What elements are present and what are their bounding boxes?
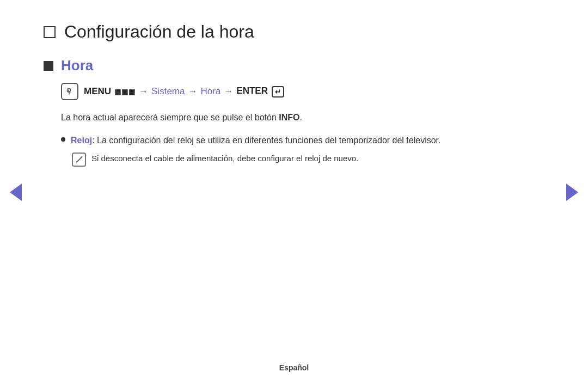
main-title-row: Configuración de la hora <box>44 22 544 42</box>
page-container: Configuración de la hora Hora MENU ▦▦▦ →… <box>0 0 588 384</box>
sistema-link[interactable]: Sistema <box>151 86 185 97</box>
note-row: Si desconecta el cable de alimentación, … <box>72 153 544 167</box>
menu-path-row: MENU ▦▦▦ → Sistema → Hora → ENTER ↵ <box>61 83 544 100</box>
arrow-1: → <box>139 86 148 97</box>
menu-label: MENU <box>84 86 111 97</box>
footer-label: Español <box>279 363 309 372</box>
bullet-dot-icon <box>61 137 65 142</box>
bullet-list: Reloj: La configuración del reloj se uti… <box>61 134 544 147</box>
description-text: La hora actual aparecerá siempre que se … <box>61 111 544 124</box>
section-heading-row: Hora <box>44 57 544 74</box>
nav-next-button[interactable] <box>566 184 578 201</box>
nav-previous-button[interactable] <box>10 184 22 201</box>
arrow-3: → <box>224 86 233 97</box>
enter-icon: ↵ <box>272 86 284 97</box>
reloj-link[interactable]: Reloj <box>71 136 92 145</box>
bullet-item-reloj: Reloj: La configuración del reloj se uti… <box>61 134 544 147</box>
enter-label: ENTER ↵ <box>236 86 284 97</box>
main-title-text: Configuración de la hora <box>64 22 254 42</box>
arrow-2: → <box>188 86 197 97</box>
svg-rect-3 <box>67 91 70 92</box>
checkbox-icon <box>44 26 56 38</box>
svg-rect-2 <box>67 90 70 90</box>
section-heading-text: Hora <box>61 57 93 74</box>
section-square-icon <box>44 61 53 71</box>
note-icon <box>72 153 86 167</box>
menu-icon <box>61 83 78 100</box>
svg-rect-1 <box>67 89 70 89</box>
note-text: Si desconecta el cable de alimentación, … <box>91 153 358 165</box>
bullet-text: Reloj: La configuración del reloj se uti… <box>71 134 441 147</box>
hora-link[interactable]: Hora <box>200 86 220 97</box>
menu-grid-icon: ▦▦▦ <box>114 88 136 96</box>
